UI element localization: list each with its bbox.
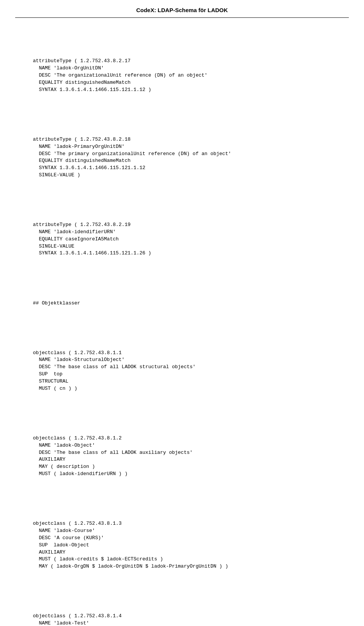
comment-1-text: ## Objektklasser: [33, 300, 80, 306]
objectclass-4-text: objectclass ( 1.2.752.43.8.1.4 NAME 'lad…: [15, 613, 169, 626]
comment-block-1: ## Objektklasser: [15, 293, 349, 314]
attribute-type-block-1: attributeType ( 1.2.752.43.8.2.17 NAME '…: [15, 51, 349, 101]
attribute-type-3-text: attributeType ( 1.2.752.43.8.2.19 NAME '…: [15, 222, 151, 256]
attribute-type-2-text: attributeType ( 1.2.752.43.8.2.18 NAME '…: [15, 136, 231, 178]
objectclass-block-1: objectclass ( 1.2.752.43.8.1.1 NAME 'lad…: [15, 342, 349, 400]
attribute-type-block-2: attributeType ( 1.2.752.43.8.2.18 NAME '…: [15, 129, 349, 186]
page-container: CodeX: LDAP-Schema för LADOK attributeTy…: [0, 0, 364, 626]
objectclass-block-2: objectclass ( 1.2.752.43.8.1.2 NAME 'lad…: [15, 428, 349, 485]
page-title: CodeX: LDAP-Schema för LADOK: [136, 7, 228, 13]
objectclass-block-4: objectclass ( 1.2.752.43.8.1.4 NAME 'lad…: [15, 606, 349, 626]
objectclass-2-text: objectclass ( 1.2.752.43.8.1.2 NAME 'lad…: [15, 435, 193, 477]
attribute-type-1-text: attributeType ( 1.2.752.43.8.2.17 NAME '…: [15, 58, 207, 92]
attribute-type-block-3: attributeType ( 1.2.752.43.8.2.19 NAME '…: [15, 214, 349, 264]
objectclass-1-text: objectclass ( 1.2.752.43.8.1.1 NAME 'lad…: [15, 350, 196, 391]
content-area: attributeType ( 1.2.752.43.8.2.17 NAME '…: [15, 29, 349, 626]
page-header: CodeX: LDAP-Schema för LADOK: [15, 0, 349, 18]
objectclass-block-3: objectclass ( 1.2.752.43.8.1.3 NAME 'lad…: [15, 513, 349, 577]
objectclass-3-text: objectclass ( 1.2.752.43.8.1.3 NAME 'lad…: [15, 521, 228, 569]
